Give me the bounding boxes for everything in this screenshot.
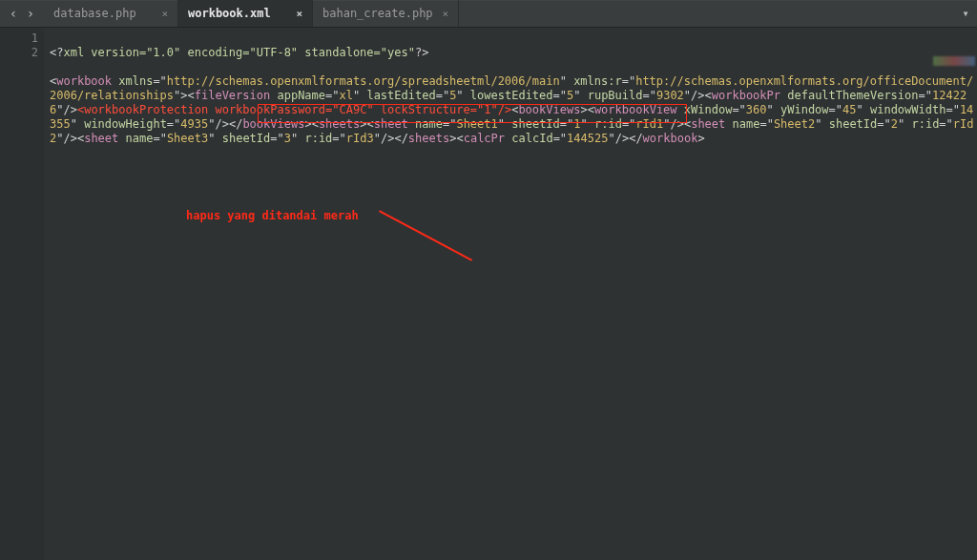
tab-label: workbook.xml [188, 7, 286, 20]
tab-bahan-create[interactable]: bahan_create.php × [313, 0, 459, 27]
line-number: 2 [0, 46, 38, 60]
close-icon[interactable]: × [161, 8, 168, 20]
code-area[interactable]: <?xml version="1.0" encoding="UTF-8" sta… [44, 28, 977, 560]
tab-overflow-button[interactable]: ▾ [954, 0, 977, 27]
tab-database[interactable]: database.php × [44, 0, 178, 27]
tab-label: database.php [53, 7, 152, 20]
close-icon[interactable]: × [443, 8, 449, 20]
tab-nav: ‹ › [0, 0, 44, 27]
close-icon[interactable]: × [296, 8, 302, 20]
editor[interactable]: 1 2 <?xml version="1.0" encoding="UTF-8"… [0, 28, 977, 560]
tab-label: bahan_create.php [322, 7, 433, 20]
line-gutter: 1 2 [0, 28, 44, 560]
tab-nav-prev[interactable]: ‹ [6, 6, 21, 21]
tab-workbook[interactable]: workbook.xml × [178, 0, 313, 27]
code-line: <?xml version="1.0" encoding="UTF-8" sta… [50, 46, 977, 60]
line-number: 1 [0, 31, 38, 46]
code-line: <workbook xmlns="http://schemas.openxmlf… [50, 74, 977, 146]
tab-nav-next[interactable]: › [23, 6, 38, 21]
tab-bar: ‹ › database.php × workbook.xml × bahan_… [0, 0, 977, 28]
